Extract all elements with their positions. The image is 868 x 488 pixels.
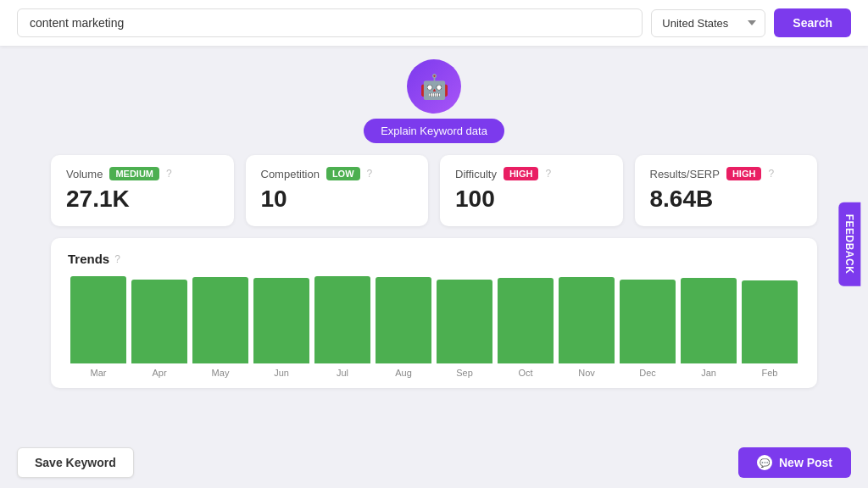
chart-col: Jun — [251, 276, 312, 378]
results-label: Results/SERP — [650, 168, 720, 180]
results-value: 8.64B — [650, 186, 803, 213]
bar-wrapper — [434, 276, 495, 363]
bar-month-label: Sep — [456, 368, 473, 378]
volume-label: Volume — [66, 168, 103, 180]
bar-wrapper — [312, 276, 373, 363]
bar-wrapper — [617, 276, 678, 363]
results-serp-card: Results/SERP HIGH ? 8.64B — [635, 155, 818, 226]
bar-wrapper — [373, 276, 434, 363]
chart-col: Jul — [312, 276, 373, 378]
volume-badge: MEDIUM — [109, 167, 159, 180]
search-input[interactable] — [17, 8, 643, 37]
bar — [437, 280, 492, 363]
new-post-button[interactable]: 💬 New Post — [738, 447, 851, 478]
competition-badge: LOW — [326, 167, 360, 180]
bar-month-label: Nov — [578, 368, 595, 378]
bar-wrapper — [129, 276, 190, 363]
chart-col: Aug — [373, 276, 434, 378]
difficulty-card: Difficulty HIGH ? 100 — [440, 155, 623, 226]
bar-wrapper — [251, 276, 312, 363]
country-select[interactable]: United States United Kingdom Canada Aust… — [651, 9, 765, 37]
bar — [559, 277, 615, 363]
search-bar: United States United Kingdom Canada Aust… — [0, 0, 868, 46]
volume-value: 27.1K — [66, 186, 219, 213]
bar — [742, 280, 798, 363]
trends-chart: MarAprMayJunJulAugSepOctNovDecJanFeb — [68, 276, 800, 378]
bar — [131, 280, 187, 363]
volume-card: Volume MEDIUM ? 27.1K — [51, 155, 234, 226]
bar-wrapper — [678, 276, 739, 363]
chart-col: Sep — [434, 276, 495, 378]
bar-wrapper — [68, 276, 129, 363]
bar-month-label: Jun — [274, 368, 289, 378]
chart-col: Mar — [68, 276, 129, 378]
bar — [376, 277, 431, 363]
volume-info-icon[interactable]: ? — [166, 168, 172, 180]
trends-header: Trends ? — [68, 252, 800, 266]
bar-month-label: Aug — [395, 368, 412, 378]
chart-col: Nov — [556, 276, 617, 378]
new-post-label: New Post — [779, 456, 832, 469]
difficulty-badge: HIGH — [504, 167, 539, 180]
bar — [681, 278, 737, 363]
save-keyword-button[interactable]: Save Keyword — [17, 447, 134, 478]
bar — [192, 277, 248, 363]
bar-wrapper — [495, 276, 556, 363]
chat-icon: 💬 — [757, 455, 772, 470]
metric-cards: Volume MEDIUM ? 27.1K Competition LOW ? … — [51, 155, 817, 226]
competition-card: Competition LOW ? 10 — [246, 155, 429, 226]
chart-col: Feb — [739, 276, 800, 378]
trends-title: Trends — [68, 252, 109, 266]
difficulty-label: Difficulty — [455, 168, 497, 180]
bar-month-label: Feb — [762, 368, 778, 378]
bar-wrapper — [556, 276, 617, 363]
competition-value: 10 — [261, 186, 414, 213]
trends-card: Trends ? MarAprMayJunJulAugSepOctNovDecJ… — [51, 238, 817, 388]
explain-button[interactable]: Explain Keyword data — [364, 119, 504, 143]
difficulty-card-header: Difficulty HIGH ? — [455, 167, 608, 180]
bottom-bar: Save Keyword 💬 New Post — [0, 437, 868, 488]
trends-info-icon[interactable]: ? — [114, 253, 120, 265]
robot-avatar: 🤖 — [407, 59, 461, 114]
competition-label: Competition — [261, 168, 320, 180]
chart-col: Jan — [678, 276, 739, 378]
bar — [70, 276, 126, 363]
main-content: 🤖 Explain Keyword data Volume MEDIUM ? 2… — [0, 46, 868, 396]
bar-wrapper — [739, 276, 800, 363]
results-badge: HIGH — [726, 167, 762, 180]
ai-section: 🤖 Explain Keyword data — [51, 59, 817, 143]
volume-card-header: Volume MEDIUM ? — [66, 167, 219, 180]
chart-col: May — [190, 276, 251, 378]
bar-month-label: Jan — [701, 368, 716, 378]
chart-col: Dec — [617, 276, 678, 378]
bar-month-label: May — [212, 368, 230, 378]
competition-card-header: Competition LOW ? — [261, 167, 414, 180]
bar-month-label: Dec — [639, 368, 656, 378]
results-card-header: Results/SERP HIGH ? — [650, 167, 803, 180]
bar — [498, 278, 554, 363]
bar-month-label: Jul — [337, 368, 348, 378]
robot-icon: 🤖 — [420, 73, 449, 101]
bar-month-label: Apr — [152, 368, 166, 378]
competition-info-icon[interactable]: ? — [367, 168, 373, 180]
bar-month-label: Oct — [518, 368, 532, 378]
difficulty-value: 100 — [455, 186, 608, 213]
search-button[interactable]: Search — [774, 8, 851, 37]
bar — [314, 276, 370, 363]
chart-col: Apr — [129, 276, 190, 378]
feedback-tab[interactable]: FEEDBACK — [839, 202, 861, 286]
bar-month-label: Mar — [91, 368, 107, 378]
chart-col: Oct — [495, 276, 556, 378]
bar — [620, 280, 676, 363]
results-info-icon[interactable]: ? — [768, 168, 774, 180]
difficulty-info-icon[interactable]: ? — [545, 168, 551, 180]
bar-wrapper — [190, 276, 251, 363]
bar — [253, 278, 309, 363]
